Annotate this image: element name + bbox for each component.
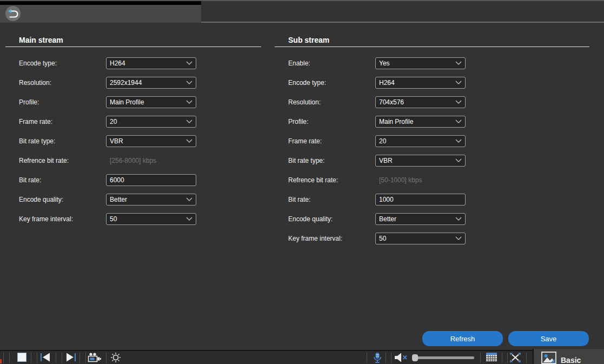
profile-select[interactable]: Main Profile — [106, 96, 196, 108]
back-button[interactable] — [5, 6, 21, 21]
field-bit-rate-type: Bit rate type: VBR — [19, 135, 196, 147]
field-label: Frame rate: — [19, 118, 106, 125]
stop-icon[interactable] — [17, 352, 27, 364]
chevron-down-icon — [186, 197, 193, 202]
refresh-button[interactable]: Refresh — [422, 331, 503, 346]
toolbar-separator — [62, 353, 62, 363]
field-label: Bit rate: — [288, 196, 375, 203]
sub-stream-divider — [275, 47, 589, 47]
image-icon — [541, 352, 556, 364]
field-label: Refrence bit rate: — [19, 157, 106, 164]
resolution-select[interactable]: 2592x1944 — [106, 77, 196, 89]
brightness-icon[interactable] — [110, 352, 121, 364]
toolbar-separator — [56, 353, 56, 363]
field-label: Encode quality: — [288, 215, 375, 223]
camera-icon[interactable] — [88, 352, 102, 364]
field-label: Bit rate: — [19, 176, 106, 184]
field-profile: Profile: Main Profile — [19, 96, 196, 108]
select-value: Main Profile — [379, 118, 413, 125]
toolbar-separator — [367, 353, 367, 363]
select-value: Better — [110, 196, 127, 203]
chevron-down-icon — [455, 158, 462, 163]
frame-rate-select[interactable]: 20 — [106, 116, 196, 128]
grid-view-icon[interactable] — [486, 352, 497, 364]
field-label: Encode type: — [19, 59, 106, 67]
select-value: Better — [379, 215, 396, 223]
field-label: Resolution: — [288, 98, 375, 106]
top-bar — [0, 0, 604, 23]
toolbar-separator — [79, 353, 80, 363]
toolbar-separator — [85, 353, 86, 363]
toolbar-separator — [507, 353, 508, 363]
bit-rate-type-select[interactable]: VBR — [106, 135, 196, 147]
previous-frame-icon[interactable] — [40, 352, 52, 364]
chevron-down-icon — [455, 61, 462, 65]
select-value: VBR — [110, 137, 123, 145]
microphone-icon[interactable] — [373, 352, 382, 364]
field-encode-type: Encode type: H264 — [288, 77, 466, 89]
chevron-down-icon — [455, 100, 462, 104]
record-indicator — [0, 359, 2, 363]
reference-bit-rate-hint: [256-8000] kbps — [106, 157, 196, 164]
toolbar-separator — [391, 353, 391, 363]
frame-rate-select[interactable]: 20 — [375, 135, 466, 147]
next-frame-icon[interactable] — [64, 352, 76, 364]
select-value: 20 — [110, 118, 117, 125]
field-label: Frame rate: — [288, 137, 375, 145]
key-frame-interval-select[interactable]: 50 — [375, 233, 466, 244]
chevron-down-icon — [455, 120, 462, 124]
field-encode-quality: Encode quality: Better — [288, 213, 466, 225]
select-value: 50 — [379, 235, 386, 242]
back-icon — [5, 14, 21, 23]
field-label: Bit rate type: — [19, 137, 106, 145]
toolbar-separator — [31, 353, 31, 363]
select-value: Main Profile — [110, 98, 144, 106]
volume-slider-thumb[interactable] — [412, 354, 418, 361]
field-frame-rate: Frame rate: 20 — [288, 135, 466, 147]
reference-bit-rate-hint: [50-1000] kbps — [375, 176, 466, 184]
chevron-down-icon — [455, 236, 462, 241]
field-label: Resolution: — [19, 79, 106, 87]
speaker-muted-icon[interactable] — [394, 352, 408, 364]
field-profile: Profile: Main Profile — [288, 116, 466, 128]
basic-tab-label: Basic — [561, 356, 581, 364]
bit-rate-type-select[interactable]: VBR — [375, 155, 466, 167]
bit-rate-input[interactable] — [375, 194, 466, 206]
expand-icon[interactable] — [509, 352, 521, 364]
field-label: Enable: — [288, 59, 375, 67]
key-frame-interval-select[interactable]: 50 — [106, 213, 196, 225]
basic-tab[interactable]: Basic — [533, 349, 604, 364]
chevron-down-icon — [186, 81, 193, 85]
select-value: 704x576 — [379, 98, 404, 106]
resolution-select[interactable]: 704x576 — [375, 96, 466, 108]
field-label: Profile: — [19, 98, 106, 106]
field-bit-rate: Bit rate: — [19, 174, 196, 186]
chevron-down-icon — [455, 81, 462, 85]
select-value: 20 — [379, 137, 386, 145]
toolbar-separator — [526, 353, 527, 363]
encode-quality-select[interactable]: Better — [375, 213, 466, 225]
toolbar-separator — [502, 353, 502, 363]
toolbar-separator — [106, 353, 107, 363]
encode-type-select[interactable]: H264 — [375, 77, 466, 89]
field-reference-bit-rate: Refrence bit rate: [256-8000] kbps — [19, 155, 196, 167]
bit-rate-input[interactable] — [106, 174, 196, 186]
profile-select[interactable]: Main Profile — [375, 116, 466, 128]
save-button[interactable]: Save — [508, 331, 589, 346]
encode-quality-select[interactable]: Better — [106, 194, 196, 206]
toolbar-separator — [480, 353, 481, 363]
field-bit-rate-type: Bit rate type: VBR — [288, 155, 466, 167]
main-stream-form: Encode type: H264 Resolution: 2592x1944 … — [19, 57, 196, 233]
field-enable: Enable: Yes — [288, 57, 466, 69]
field-label: Encode quality: — [19, 196, 106, 203]
volume-slider[interactable] — [414, 356, 474, 359]
encode-type-select[interactable]: H264 — [106, 57, 196, 69]
bottom-toolbar: Basic — [0, 350, 604, 364]
select-value: Yes — [379, 59, 390, 67]
select-value: VBR — [379, 157, 393, 164]
toolbar-separator — [37, 353, 37, 363]
toolbar-separator — [3, 353, 4, 363]
enable-select[interactable]: Yes — [375, 57, 466, 69]
chevron-down-icon — [186, 61, 193, 65]
toolbar-separator — [386, 353, 386, 363]
